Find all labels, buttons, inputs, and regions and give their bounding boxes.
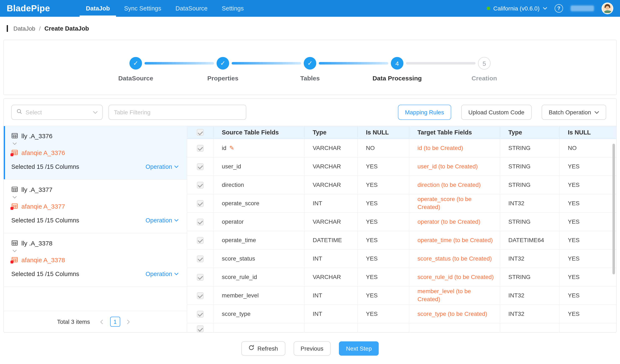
operation-link[interactable]: Operation bbox=[146, 271, 178, 277]
source-field-name: operator bbox=[222, 218, 244, 225]
help-icon[interactable]: ? bbox=[555, 4, 563, 13]
step-label: Tables bbox=[300, 75, 320, 82]
previous-button[interactable]: Previous bbox=[294, 341, 330, 355]
total-items-text: Total 3 items bbox=[57, 318, 90, 325]
row-checkbox[interactable] bbox=[197, 325, 204, 332]
row-checkbox[interactable] bbox=[197, 274, 204, 281]
breadcrumb: DataJob / Create DataJob bbox=[0, 17, 620, 40]
source-table-icon bbox=[11, 186, 18, 193]
source-field-name: member_level bbox=[222, 292, 259, 298]
data-processing-card: Select Mapping Rules Upload Custom Code … bbox=[3, 98, 617, 333]
target-type-cell: INT32 bbox=[500, 304, 559, 323]
nav-item[interactable]: Sync Settings bbox=[118, 0, 167, 17]
table-list-item[interactable]: lly .A_3378 afanqie A_3378 bbox=[4, 233, 187, 287]
target-null-cell: YES bbox=[559, 212, 616, 231]
chevron-down-icon bbox=[93, 111, 98, 114]
source-field-name: score_status bbox=[222, 255, 255, 262]
nav-item[interactable]: DataJob bbox=[80, 0, 116, 17]
target-table-name: afanqie A_3378 bbox=[21, 256, 65, 263]
target-null-cell: YES bbox=[559, 304, 616, 323]
source-null-cell: YES bbox=[357, 194, 409, 212]
avatar[interactable] bbox=[602, 2, 613, 14]
upload-custom-code-button[interactable]: Upload Custom Code bbox=[461, 105, 532, 120]
source-field-name: score_type bbox=[222, 310, 250, 317]
nav-item[interactable]: DataSource bbox=[169, 0, 214, 17]
target-type-cell: STRING bbox=[500, 176, 559, 194]
refresh-button[interactable]: Refresh bbox=[241, 341, 285, 355]
region-label: California (v0.6.0) bbox=[493, 5, 540, 12]
step-label: DataSource bbox=[118, 75, 153, 82]
target-field-cell: id (to be Created) bbox=[409, 139, 500, 157]
source-table-name: lly .A_3376 bbox=[21, 132, 52, 139]
step-check-icon bbox=[129, 57, 142, 70]
target-table-icon bbox=[11, 203, 18, 210]
row-checkbox[interactable] bbox=[197, 145, 204, 152]
page-number[interactable]: 1 bbox=[110, 317, 120, 327]
row-checkbox[interactable] bbox=[197, 200, 204, 207]
target-null-cell: YES bbox=[559, 194, 616, 212]
next-page-icon[interactable] bbox=[124, 317, 134, 327]
selection-row: Selected 15 /15 Columns Operation bbox=[11, 160, 178, 173]
row-checkbox[interactable] bbox=[197, 219, 204, 225]
table-list-item[interactable]: lly .A_3377 afanqie A_3377 bbox=[4, 180, 187, 233]
target-null-cell: YES bbox=[559, 176, 616, 194]
select-dropdown[interactable]: Select bbox=[11, 105, 103, 120]
row-checkbox[interactable] bbox=[197, 311, 204, 318]
row-checkbox[interactable] bbox=[197, 237, 204, 244]
target-table-icon bbox=[11, 149, 18, 156]
source-null-cell: NO bbox=[357, 139, 409, 157]
select-all-checkbox[interactable] bbox=[197, 129, 204, 136]
target-table-row: afanqie A_3376 bbox=[11, 148, 178, 157]
table-filter-input[interactable] bbox=[108, 105, 246, 120]
mapping-rules-button[interactable]: Mapping Rules bbox=[398, 105, 451, 120]
row-checkbox[interactable] bbox=[197, 163, 204, 170]
table-scrollbar[interactable] bbox=[612, 144, 615, 274]
page-title: Create DataJob bbox=[44, 25, 89, 32]
source-field-cell: operate_time✎ bbox=[213, 231, 304, 249]
target-field-cell: operate_score (to be Created) bbox=[409, 194, 500, 212]
table-list-item[interactable]: lly .A_3376 afanqie A_3376 bbox=[4, 126, 187, 180]
source-field-cell: operator✎ bbox=[213, 212, 304, 231]
source-field-cell: member_level✎ bbox=[213, 286, 304, 304]
field-row: member_level✎ INT YES member_level (to b… bbox=[187, 286, 616, 304]
col-source-type: Type bbox=[304, 126, 357, 139]
col-target-null: Is NULL bbox=[559, 126, 616, 139]
selection-row: Selected 15 /15 Columns Operation bbox=[11, 214, 178, 227]
target-field-cell: user_id (to be Created) bbox=[409, 157, 500, 176]
chevron-down-icon bbox=[174, 219, 178, 222]
operation-link[interactable]: Operation bbox=[146, 217, 178, 224]
row-checkbox-cell bbox=[187, 304, 213, 323]
source-null-cell: YES bbox=[357, 157, 409, 176]
target-field-cell: score_status (to be Created) bbox=[409, 249, 500, 268]
target-field-cell: operator (to be Created) bbox=[409, 212, 500, 231]
target-table-row: afanqie A_3378 bbox=[11, 255, 178, 264]
row-checkbox[interactable] bbox=[197, 182, 204, 188]
row-checkbox-cell bbox=[187, 231, 213, 249]
row-checkbox-cell bbox=[187, 194, 213, 212]
row-checkbox-cell bbox=[187, 212, 213, 231]
field-row: direction✎ VARCHAR YES direction (to be … bbox=[187, 176, 616, 194]
source-type-cell: VARCHAR bbox=[304, 268, 357, 286]
row-checkbox[interactable] bbox=[197, 256, 204, 262]
target-table-row: afanqie A_3377 bbox=[11, 201, 178, 211]
target-type-cell: DATETIME64 bbox=[500, 231, 559, 249]
batch-operation-button[interactable]: Batch Operation bbox=[542, 105, 606, 120]
selected-columns-text: Selected 15 /15 Columns bbox=[11, 163, 79, 170]
source-table-name: lly .A_3377 bbox=[21, 186, 52, 193]
region-selector[interactable]: California (v0.6.0) bbox=[487, 5, 547, 12]
nav-item[interactable]: Settings bbox=[216, 0, 250, 17]
row-checkbox[interactable] bbox=[197, 292, 204, 299]
source-field-name: operate_score bbox=[222, 200, 259, 206]
target-field-cell: operate_time (to be Created) bbox=[409, 231, 500, 249]
operation-label: Operation bbox=[146, 271, 172, 277]
field-row: operate_time✎ DATETIME YES operate_time … bbox=[187, 231, 616, 249]
partial-row bbox=[187, 323, 616, 332]
step-properties: Properties bbox=[217, 57, 229, 70]
next-step-button[interactable]: Next Step bbox=[339, 341, 379, 355]
operation-link[interactable]: Operation bbox=[146, 163, 178, 170]
breadcrumb-parent-link[interactable]: DataJob bbox=[13, 25, 35, 32]
target-null-cell: NO bbox=[559, 139, 616, 157]
target-field-cell: direction (to be Created) bbox=[409, 176, 500, 194]
edit-field-icon[interactable]: ✎ bbox=[229, 144, 234, 151]
previous-page-icon[interactable] bbox=[97, 317, 107, 327]
